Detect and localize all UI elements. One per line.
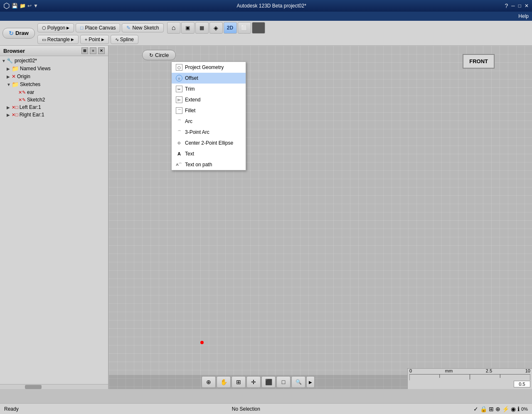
tree-item-sketch2[interactable]: ✕✎ Sketch2 <box>0 96 108 104</box>
sketch2-icon: ✕✎ <box>18 97 26 103</box>
nav-zoom-btn[interactable]: ⊞ <box>232 376 246 388</box>
connect-icon[interactable]: ⚡ <box>502 406 509 412</box>
tree-toggle-origin: ▶ <box>7 74 12 79</box>
spline-button[interactable]: ∿ Spline <box>111 35 138 44</box>
point-button[interactable]: + Point ▶ <box>80 35 109 44</box>
menu-item-text[interactable]: A Text <box>172 148 246 159</box>
sketches-folder-icon: 📁 <box>12 81 19 88</box>
browser-scrollbar[interactable] <box>0 384 108 389</box>
home-view-btn[interactable]: ⌂ <box>167 22 180 34</box>
new-sketch-icon: ✎ <box>126 25 131 31</box>
named-views-label: Named Views <box>20 66 51 71</box>
polygon-icon: ⬡ <box>42 25 46 31</box>
3pointarc-icon: ⌒ <box>176 129 182 136</box>
tree-toggle-named-views: ▶ <box>7 67 12 71</box>
nav-magnify-btn[interactable]: 🔍 <box>291 376 305 388</box>
spline-label: Spline <box>120 37 134 42</box>
polygon-arrow: ▶ <box>66 26 69 30</box>
spline-icon: ∿ <box>115 37 119 42</box>
menu-item-offset[interactable]: ○ Offset <box>172 73 246 84</box>
project-icon: 🔧 <box>7 58 13 64</box>
rectangle-icon: ▭ <box>42 37 46 42</box>
tree-item-left-ear[interactable]: ▶ ✕□ Left Ear:1 <box>0 104 108 111</box>
browser-header: Browser ⊞ ≡ ✕ <box>0 46 108 56</box>
menu-item-trim[interactable]: ✂ Trim <box>172 84 246 94</box>
top-view-btn[interactable]: ▦ <box>195 22 209 34</box>
menu-item-arc[interactable]: ⌒ Arc <box>172 116 246 127</box>
check-icon[interactable]: ✓ <box>473 406 478 412</box>
close-btn[interactable]: ✕ <box>525 3 529 9</box>
new-sketch-button[interactable]: ✎ New Sketch <box>122 23 163 32</box>
canvas-area[interactable]: ↻ Circle ⬡ Project Geometry ○ Offset ✂ T… <box>109 46 532 389</box>
titlebar-right: ? ─ □ ✕ <box>505 2 529 9</box>
fillet-icon: ⌒ <box>176 107 182 114</box>
nav-pan-btn[interactable]: ✋ <box>217 376 231 388</box>
help-label[interactable]: Help <box>518 13 529 19</box>
menu-item-extend[interactable]: ⊢ Extend <box>172 94 246 105</box>
tree-item-origin[interactable]: ▶ ✕ Origin <box>0 73 108 80</box>
text-icon: A <box>176 150 182 157</box>
browser-grid-icon[interactable]: ⊞ <box>81 47 88 54</box>
draw-label: Draw <box>15 30 29 36</box>
polygon-label: Polygon <box>47 25 65 31</box>
browser-close-icon[interactable]: ✕ <box>98 47 105 54</box>
menu-item-project-geometry[interactable]: ⬡ Project Geometry <box>172 62 246 73</box>
front-view-btn[interactable]: ▣ <box>181 22 195 34</box>
info-icon[interactable]: ℹ <box>517 406 520 412</box>
circle-button[interactable]: ↻ Circle <box>142 50 176 60</box>
nav-extra-btn[interactable]: ▶ <box>306 376 315 388</box>
nav-move-btn[interactable]: ⬛ <box>261 376 276 388</box>
ruler-input[interactable]: 0.5 <box>514 381 530 387</box>
right-ear-icon: ✕□ <box>12 112 18 118</box>
tree-toggle-left-ear: ▶ <box>7 105 12 110</box>
menu-item-text-on-path[interactable]: A⌒ Text on path <box>172 159 246 170</box>
lock-icon[interactable]: 🔒 <box>480 406 487 412</box>
place-canvas-label: Place Canvas <box>85 25 116 31</box>
menu-item-3point-arc[interactable]: ⌒ 3-Point Arc <box>172 127 246 138</box>
nav-box-btn[interactable]: □ <box>276 376 291 388</box>
menu-item-fillet[interactable]: ⌒ Fillet <box>172 105 246 116</box>
browser-title: Browser <box>3 48 25 54</box>
polygon-button[interactable]: ⬡ Polygon ▶ <box>37 23 74 32</box>
maximize-btn[interactable]: □ <box>518 3 521 9</box>
left-ear-label: Left Ear:1 <box>20 104 41 110</box>
dropdown-menu: ⬡ Project Geometry ○ Offset ✂ Trim ⊢ Ext… <box>171 62 246 170</box>
status-selection: No Selection <box>232 406 260 412</box>
browser-list-icon[interactable]: ≡ <box>90 47 96 54</box>
tree-item-sketches[interactable]: ▼ 📁 Sketches <box>0 80 108 89</box>
rectangle-button[interactable]: ▭ Rectangle ▶ <box>37 35 79 44</box>
display-mode-btn[interactable]: ⬜ <box>238 22 251 34</box>
grid-icon[interactable]: ⊞ <box>489 406 494 412</box>
draw-button[interactable]: ↻ Draw <box>2 28 35 39</box>
2d-view-btn[interactable]: 2D <box>224 22 237 34</box>
tree-item-named-views[interactable]: ▶ 📁 Named Views <box>0 64 108 73</box>
nav-orbit-btn[interactable]: ⊕ <box>202 376 216 388</box>
nav-select-btn[interactable]: ✛ <box>246 376 261 388</box>
front-label: FRONT <box>463 54 495 69</box>
ruler-unit: mm <box>445 368 453 373</box>
tree-item-ear[interactable]: ✕✎ ear <box>0 89 108 96</box>
minimize-btn[interactable]: ─ <box>511 3 515 9</box>
offset-icon: ○ <box>176 75 182 81</box>
browser-panel: Browser ⊞ ≡ ✕ ▼ 🔧 project02* ▶ 📁 Named V… <box>0 46 109 389</box>
tree-item-right-ear[interactable]: ▶ ✕□ Right Ear:1 <box>0 111 108 118</box>
tree-item-project[interactable]: ▼ 🔧 project02* <box>0 57 108 64</box>
circle-label: Circle <box>155 52 169 58</box>
statusbar: Ready No Selection ✓ 🔒 ⊞ ⊕ ⚡ ◉ ℹ 0% <box>0 403 532 414</box>
3d-view-btn[interactable]: ◈ <box>209 22 223 34</box>
ruler-svg <box>409 375 530 380</box>
rectangle-label: Rectangle <box>47 37 70 42</box>
point-label: Point <box>89 37 100 42</box>
snap-icon[interactable]: ⊕ <box>495 406 500 412</box>
display-icon[interactable]: ◉ <box>511 406 516 412</box>
titlebar-title: Autodesk 123D Beta project02* <box>38 3 505 9</box>
point-arrow: ▶ <box>101 37 104 42</box>
project-label: project02* <box>15 58 37 64</box>
question-icon[interactable]: ? <box>505 2 508 9</box>
menu-item-ellipse[interactable]: ⊙ Center 2-Point Ellipse <box>172 138 246 148</box>
render-btn[interactable] <box>252 22 265 34</box>
sketch2-label: Sketch2 <box>27 97 45 103</box>
new-sketch-label: New Sketch <box>132 25 159 31</box>
rectangle-arrow: ▶ <box>71 37 74 42</box>
place-canvas-button[interactable]: □ Place Canvas <box>76 23 120 32</box>
